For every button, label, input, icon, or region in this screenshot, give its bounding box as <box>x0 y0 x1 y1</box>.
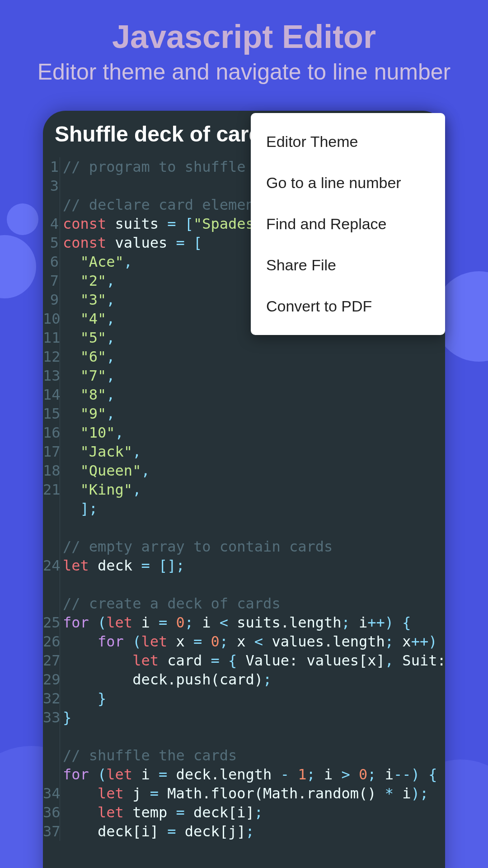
code-line[interactable] <box>63 518 445 537</box>
menu-item-find-replace[interactable]: Find and Replace <box>251 203 445 245</box>
page-title: Javascript Editor <box>0 18 488 55</box>
code-line[interactable]: for (let i = deck.length - 1; i > 0; i--… <box>63 765 445 784</box>
code-line[interactable] <box>63 727 445 746</box>
decorative-circle <box>0 235 36 298</box>
code-line[interactable]: "King", <box>63 480 445 499</box>
code-line[interactable]: let j = Math.floor(Math.random() * i); <box>63 784 445 803</box>
menu-item-convert-pdf[interactable]: Convert to PDF <box>251 286 445 327</box>
code-line[interactable]: for (let i = 0; i < suits.length; i++) { <box>63 613 445 632</box>
page-subtitle: Editor theme and navigate to line number <box>0 59 488 85</box>
code-line[interactable]: "10", <box>63 423 445 442</box>
code-line[interactable]: // shuffle the cards <box>63 746 445 765</box>
code-line[interactable]: deck.push(card); <box>63 670 445 689</box>
menu-item-goto-line[interactable]: Go to a line number <box>251 162 445 203</box>
code-line[interactable]: // empty array to contain cards <box>63 537 445 556</box>
code-line[interactable]: // create a deck of cards <box>63 594 445 613</box>
code-line[interactable]: "6", <box>63 347 445 366</box>
code-line[interactable]: deck[i] = deck[j]; <box>63 822 445 841</box>
code-line[interactable]: "Jack", <box>63 442 445 461</box>
code-line[interactable]: "Queen", <box>63 461 445 480</box>
menu-item-share[interactable]: Share File <box>251 245 445 286</box>
code-line[interactable]: "7", <box>63 366 445 385</box>
code-line[interactable]: let deck = []; <box>63 556 445 575</box>
code-line[interactable]: ]; <box>63 499 445 518</box>
code-line[interactable]: } <box>63 708 445 727</box>
code-line[interactable]: let card = { Value: values[x], Suit: sui… <box>63 651 445 670</box>
line-gutter: 1345679101112131415161718212425262729323… <box>43 157 60 841</box>
menu-item-theme[interactable]: Editor Theme <box>251 121 445 162</box>
code-line[interactable]: "8", <box>63 385 445 404</box>
code-line[interactable]: let temp = deck[i]; <box>63 803 445 822</box>
code-line[interactable]: } <box>63 689 445 708</box>
context-menu: Editor Theme Go to a line number Find an… <box>251 113 445 335</box>
decorative-circle <box>7 203 38 235</box>
code-line[interactable] <box>63 575 445 594</box>
code-line[interactable]: "9", <box>63 404 445 423</box>
code-line[interactable]: for (let x = 0; x < values.length; x++) … <box>63 632 445 651</box>
